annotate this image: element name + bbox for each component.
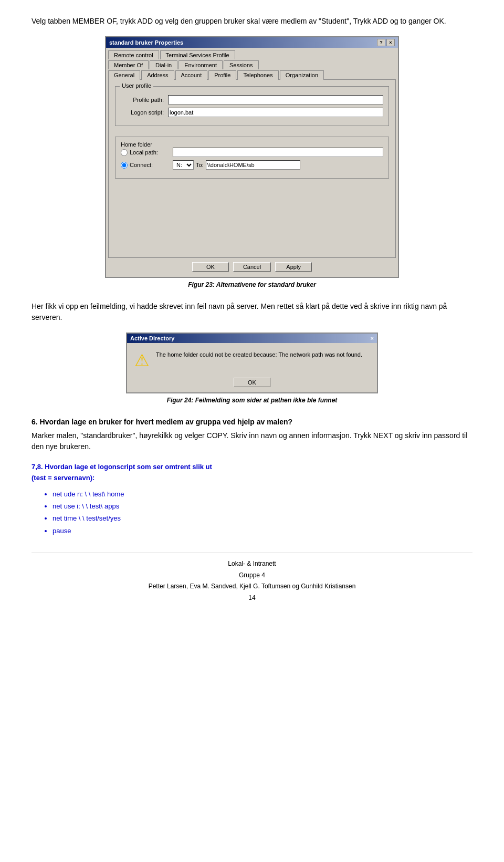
logon-script-label: Logon script: — [121, 109, 168, 116]
home-folder-group: Home folder Local path: Connect: N: — [115, 137, 389, 179]
dialog1-footer: OK Cancel Apply — [106, 258, 398, 277]
home-folder-legend: Home folder — [121, 141, 152, 148]
footer-page: 14 — [32, 593, 472, 604]
local-path-label: Local path: — [130, 149, 173, 155]
tab-account[interactable]: Account — [175, 70, 208, 80]
footer-group: Gruppe 4 — [32, 570, 472, 581]
user-profile-group: User profile Profile path: Logon script: — [115, 86, 389, 126]
tab-environment[interactable]: Environment — [178, 60, 223, 69]
ad-titlebar: Active Directory × — [127, 334, 377, 343]
figure1-caption: Figur 23: Alternativene for standard bru… — [188, 281, 316, 288]
footer-authors: Petter Larsen, Eva M. Sandved, Kjell G. … — [32, 581, 472, 593]
list-item: net time \ \ test/set/yes — [52, 512, 472, 524]
body-text-1: Her fikk vi opp en feilmelding, vi hadde… — [32, 301, 472, 323]
list-item: net use i: \ \ test\ apps — [52, 500, 472, 512]
dialog2-container: Active Directory × ⚠ The home folder cou… — [32, 333, 472, 413]
title-bar-controls: ? × — [377, 39, 395, 46]
page-footer: Lokal- & Intranett Gruppe 4 Petter Larse… — [32, 553, 472, 604]
ad-title: Active Directory — [130, 335, 174, 341]
tab-general[interactable]: General — [108, 70, 140, 80]
bullet-list: net ude n: \ \ test\ home net use i: \ \… — [52, 488, 472, 537]
ad-footer: OK — [127, 376, 377, 392]
ad-ok-button[interactable]: OK — [234, 378, 270, 387]
local-path-radio[interactable] — [121, 149, 128, 156]
tab-remote-control[interactable]: Remote control — [108, 50, 159, 59]
list-item: pause — [52, 525, 472, 537]
logon-script-input[interactable] — [168, 108, 383, 117]
tab-row-2: Member Of Dial-in Environment Sessions — [108, 60, 396, 69]
section78-heading: 7,8. Hvordan lage et logonscript som ser… — [32, 463, 212, 471]
list-item: net ude n: \ \ test\ home — [52, 488, 472, 500]
connect-row: Connect: N: To: — [121, 160, 383, 170]
local-path-input[interactable] — [173, 148, 383, 157]
section6-text1: Marker malen, "standardbruker", høyrekil… — [32, 430, 472, 452]
drive-select[interactable]: N: — [173, 160, 194, 170]
user-profile-legend: User profile — [120, 82, 153, 89]
tab-telephones[interactable]: Telephones — [237, 70, 278, 80]
to-label: To: — [196, 162, 204, 168]
logon-script-row: Logon script: — [121, 108, 383, 117]
ad-content: ⚠ The home folder could not be created b… — [127, 343, 377, 376]
cancel-button[interactable]: Cancel — [233, 262, 271, 272]
dialog1-container: standard bruker Properties ? × Remote co… — [32, 36, 472, 298]
page-content: Velg tabben MEMBER OF, trykk ADD og velg… — [0, 0, 504, 625]
footer-center: Lokal- & Intranett — [32, 558, 472, 570]
connect-fields: N: To: — [173, 160, 300, 170]
tab-row-3: General Address Account Profile Telephon… — [108, 70, 396, 79]
profile-path-input[interactable] — [168, 95, 383, 105]
properties-dialog: standard bruker Properties ? × Remote co… — [105, 36, 399, 278]
tab-terminal-services-profile[interactable]: Terminal Services Profile — [160, 50, 235, 59]
tab-area: Remote control Terminal Services Profile… — [106, 48, 398, 79]
tab-organization[interactable]: Organization — [280, 70, 324, 80]
tab-row-1: Remote control Terminal Services Profile — [108, 50, 396, 59]
apply-button[interactable]: Apply — [275, 262, 312, 272]
dialog1-title: standard bruker Properties — [109, 39, 183, 46]
profile-path-label: Profile path: — [121, 97, 168, 103]
connect-label: Connect: — [130, 162, 173, 168]
tab-dial-in[interactable]: Dial-in — [150, 60, 177, 69]
ad-dialog: Active Directory × ⚠ The home folder cou… — [126, 333, 378, 393]
help-button[interactable]: ? — [377, 39, 385, 46]
section6-heading: 6. Hvordan lage en bruker for hvert medl… — [32, 418, 472, 426]
profile-path-row: Profile path: — [121, 95, 383, 105]
connect-radio[interactable] — [121, 162, 128, 169]
tab-member-of[interactable]: Member Of — [108, 60, 149, 69]
figure2-caption: Figur 24: Feilmelding som sider at pathe… — [167, 397, 338, 404]
section78: 7,8. Hvordan lage et logonscript som ser… — [32, 462, 472, 484]
dialog1-title-text: standard bruker Properties — [109, 39, 183, 46]
section78-subheading: (test = servernavn): — [32, 474, 94, 482]
intro-text: Velg tabben MEMBER OF, trykk ADD og velg… — [32, 16, 472, 27]
tab-address[interactable]: Address — [141, 70, 174, 80]
connect-to-input[interactable] — [206, 160, 300, 170]
tab-sessions[interactable]: Sessions — [224, 60, 259, 69]
warning-icon: ⚠ — [134, 350, 150, 370]
tab-content: User profile Profile path: Logon script:… — [108, 79, 396, 258]
close-button[interactable]: × — [386, 39, 395, 46]
dialog1-titlebar: standard bruker Properties ? × — [106, 37, 398, 48]
ad-close-button[interactable]: × — [371, 335, 374, 341]
ad-message: The home folder could not be created bec… — [156, 350, 362, 359]
ok-button[interactable]: OK — [192, 262, 229, 272]
local-path-row: Local path: — [121, 148, 383, 157]
tab-profile[interactable]: Profile — [208, 70, 236, 80]
